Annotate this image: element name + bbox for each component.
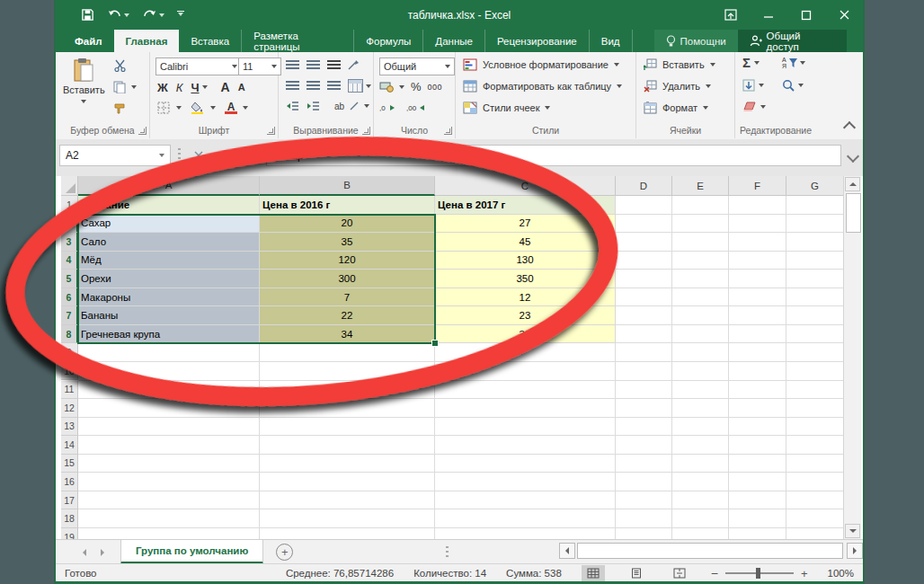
format-cells-button[interactable]: Формат [644, 102, 708, 114]
name-box[interactable]: A2 [59, 145, 171, 166]
grow-font-button[interactable]: А [221, 80, 230, 94]
align-center-icon[interactable] [307, 81, 320, 91]
row-header-12[interactable]: 12 [61, 399, 78, 418]
tell-me-assistant[interactable]: Помощни [654, 30, 738, 52]
shrink-font-button[interactable]: А [238, 82, 245, 93]
cell-A7[interactable]: Бананы [78, 306, 260, 325]
column-header-F[interactable]: F [729, 176, 786, 196]
merge-center-icon[interactable] [348, 79, 363, 93]
cell-C3[interactable]: 45 [435, 233, 616, 252]
column-header-B[interactable]: B [260, 176, 435, 196]
cancel-entry-button[interactable] [189, 146, 209, 164]
cell-C6[interactable]: 12 [435, 288, 616, 307]
redo-dropdown-icon[interactable] [159, 13, 164, 20]
cell-C4[interactable]: 130 [435, 252, 616, 270]
vertical-scrollbar[interactable] [843, 176, 861, 539]
cell-C8[interactable]: 39 [435, 325, 616, 344]
column-header-G[interactable]: G [786, 176, 844, 196]
undo-button[interactable] [107, 9, 129, 22]
undo-dropdown-icon[interactable] [124, 13, 129, 20]
cell-C2[interactable]: 27 [435, 215, 616, 234]
zoom-slider-knob[interactable] [756, 568, 760, 579]
zoom-out-button[interactable]: − [711, 566, 718, 580]
column-header-D[interactable]: D [616, 176, 672, 196]
page-layout-view-button[interactable] [625, 565, 648, 581]
copy-button[interactable] [113, 81, 137, 93]
scroll-up-button[interactable] [845, 177, 860, 191]
row-header-16[interactable]: 16 [61, 473, 78, 491]
cell-A4[interactable]: Мёд [78, 252, 260, 270]
ribbon-display-options-button[interactable] [712, 0, 750, 30]
row-header-15[interactable]: 15 [61, 455, 78, 473]
cell-B6[interactable]: 7 [260, 288, 435, 307]
autosum-button[interactable]: Σ [742, 57, 760, 69]
row-header-3[interactable]: 3 [61, 233, 78, 252]
bold-button[interactable]: Ж [157, 81, 168, 94]
row-header-13[interactable]: 13 [61, 418, 78, 437]
underline-button[interactable]: Ч [191, 81, 199, 94]
tab-разметка-страницы[interactable]: Разметка страницы [242, 30, 354, 52]
collapse-ribbon-button[interactable] [843, 121, 856, 134]
scroll-down-button[interactable] [845, 524, 860, 538]
column-header-A[interactable]: A [78, 176, 260, 196]
customize-qat-button[interactable] [177, 11, 184, 20]
scroll-right-button[interactable] [847, 543, 863, 559]
cell-B5[interactable]: 300 [260, 270, 435, 288]
row-header-9[interactable]: 9 [61, 343, 78, 362]
column-header-C[interactable]: C [435, 176, 616, 196]
share-button[interactable]: Общий доступ [738, 30, 847, 52]
cell-B4[interactable]: 120 [260, 252, 435, 270]
decrease-indent-button[interactable] [286, 101, 299, 111]
cell-A8[interactable]: Гречневая крупа [78, 325, 260, 344]
cell-A3[interactable]: Сало [78, 233, 260, 252]
tab-главная[interactable]: Главная [114, 30, 180, 52]
orientation-button[interactable] [348, 59, 360, 70]
number-format-combo[interactable]: Общий [379, 58, 455, 75]
zoom-level[interactable]: 100% [828, 568, 854, 579]
fill-color-button[interactable] [191, 102, 216, 114]
row-header-1[interactable]: 1 [61, 196, 78, 215]
tab-file[interactable]: Файл [63, 30, 114, 52]
prev-sheet-button[interactable] [79, 549, 86, 556]
cell-C1[interactable]: Цена в 2017 г [435, 196, 616, 215]
tab-данные[interactable]: Данные [423, 30, 485, 52]
enter-entry-button[interactable] [214, 146, 234, 164]
sheet-tab-active[interactable]: Группа по умолчанию [120, 540, 263, 564]
format-as-table-button[interactable]: Форматировать как таблицу [463, 80, 622, 93]
fill-handle[interactable] [431, 340, 439, 347]
increase-decimal-button[interactable]: ,0 [379, 102, 397, 113]
cell-B1[interactable]: Цена в 2016 г [260, 196, 435, 215]
vertical-scroll-thumb[interactable] [846, 193, 861, 233]
increase-indent-button[interactable] [307, 101, 320, 111]
align-top-icon[interactable] [286, 60, 299, 70]
cell-A5[interactable]: Орехи [78, 270, 260, 288]
clear-button[interactable] [742, 102, 766, 112]
row-header-6[interactable]: 6 [61, 288, 78, 307]
row-header-14[interactable]: 14 [61, 436, 78, 455]
percent-button[interactable]: % [411, 80, 422, 93]
align-left-icon[interactable] [286, 81, 299, 91]
cell-A2[interactable]: Сахар [78, 215, 260, 234]
cut-button[interactable] [113, 59, 127, 72]
cell-B3[interactable]: 35 [260, 233, 435, 252]
underline-dropdown-icon[interactable] [202, 85, 208, 92]
sort-filter-button[interactable]: А Я [782, 57, 805, 69]
column-header-E[interactable]: E [672, 176, 729, 196]
save-button[interactable] [81, 8, 94, 22]
close-button[interactable] [825, 0, 863, 30]
decrease-decimal-button[interactable]: ,00 [406, 102, 426, 113]
cell-B2[interactable]: 20 [260, 215, 435, 234]
merge-dropdown-icon[interactable] [366, 84, 371, 91]
row-header-8[interactable]: 8 [61, 325, 78, 344]
tab-вставка[interactable]: Вставка [179, 30, 242, 52]
normal-view-button[interactable] [582, 565, 605, 581]
cell-B7[interactable]: 22 [260, 306, 435, 325]
scroll-left-button[interactable] [559, 543, 575, 559]
tabbar-splitter[interactable] [446, 546, 449, 559]
cell-A1[interactable]: Навзание [78, 196, 260, 215]
row-header-2[interactable]: 2 [61, 215, 78, 234]
font-color-button[interactable]: А [225, 102, 248, 114]
comma-style-button[interactable]: 000 [428, 83, 443, 92]
wrap-text-button[interactable]: ab [334, 102, 369, 111]
select-all-button[interactable] [61, 176, 78, 196]
